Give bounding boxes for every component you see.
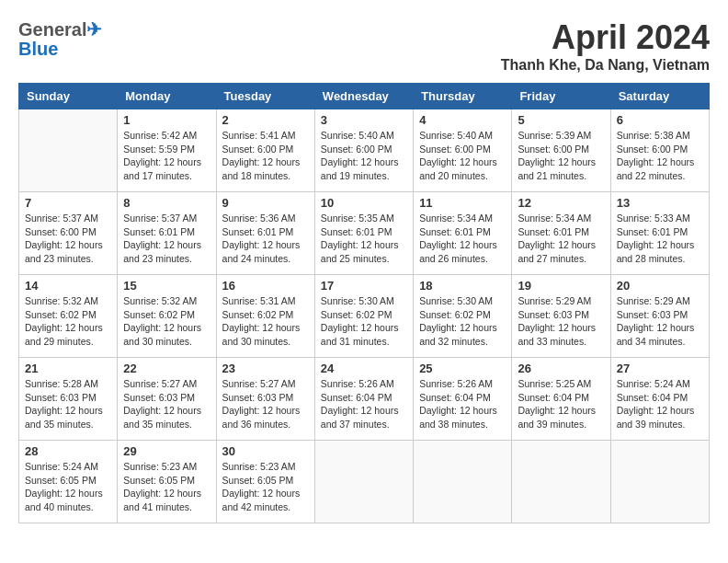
calendar-cell: 3Sunrise: 5:40 AM Sunset: 6:00 PM Daylig… — [314, 109, 413, 192]
calendar-cell: 6Sunrise: 5:38 AM Sunset: 6:00 PM Daylig… — [610, 109, 709, 192]
day-info: Sunrise: 5:34 AM Sunset: 6:01 PM Dayligh… — [419, 212, 506, 266]
calendar-cell: 8Sunrise: 5:37 AM Sunset: 6:01 PM Daylig… — [118, 192, 216, 275]
calendar-header-tuesday: Tuesday — [216, 84, 314, 109]
calendar-cell: 17Sunrise: 5:30 AM Sunset: 6:02 PM Dayli… — [314, 275, 413, 358]
logo-general-text: General — [18, 19, 86, 40]
calendar-cell: 29Sunrise: 5:23 AM Sunset: 6:05 PM Dayli… — [118, 441, 216, 523]
day-info: Sunrise: 5:40 AM Sunset: 6:00 PM Dayligh… — [321, 129, 407, 183]
calendar-cell: 4Sunrise: 5:40 AM Sunset: 6:00 PM Daylig… — [414, 109, 512, 192]
calendar-cell: 12Sunrise: 5:34 AM Sunset: 6:01 PM Dayli… — [512, 192, 610, 275]
calendar-cell: 11Sunrise: 5:34 AM Sunset: 6:01 PM Dayli… — [414, 192, 512, 275]
calendar-cell: 30Sunrise: 5:23 AM Sunset: 6:05 PM Dayli… — [216, 441, 314, 523]
day-number: 2 — [222, 113, 309, 127]
calendar-header-monday: Monday — [118, 84, 216, 109]
day-info: Sunrise: 5:32 AM Sunset: 6:02 PM Dayligh… — [123, 294, 210, 349]
calendar-cell: 13Sunrise: 5:33 AM Sunset: 6:01 PM Dayli… — [610, 192, 709, 275]
day-info: Sunrise: 5:28 AM Sunset: 6:03 PM Dayligh… — [25, 377, 111, 431]
day-info: Sunrise: 5:24 AM Sunset: 6:05 PM Dayligh… — [25, 460, 111, 514]
day-info: Sunrise: 5:39 AM Sunset: 6:00 PM Dayligh… — [518, 129, 604, 183]
day-info: Sunrise: 5:24 AM Sunset: 6:04 PM Dayligh… — [617, 377, 703, 431]
calendar-cell: 21Sunrise: 5:28 AM Sunset: 6:03 PM Dayli… — [19, 358, 118, 441]
calendar-week-3: 14Sunrise: 5:32 AM Sunset: 6:02 PM Dayli… — [19, 275, 710, 358]
calendar-cell: 25Sunrise: 5:26 AM Sunset: 6:04 PM Dayli… — [414, 358, 512, 441]
calendar-cell: 1Sunrise: 5:42 AM Sunset: 5:59 PM Daylig… — [118, 109, 216, 192]
day-info: Sunrise: 5:37 AM Sunset: 6:01 PM Dayligh… — [123, 212, 210, 266]
title-block: April 2024 Thanh Khe, Da Nang, Vietnam — [501, 18, 710, 74]
day-number: 15 — [123, 279, 210, 293]
day-number: 22 — [123, 362, 210, 375]
day-info: Sunrise: 5:35 AM Sunset: 6:01 PM Dayligh… — [321, 212, 407, 266]
logo-blue-text: Blue — [18, 39, 58, 60]
day-number: 25 — [419, 362, 506, 375]
calendar-cell — [512, 441, 610, 523]
day-number: 23 — [222, 362, 309, 375]
calendar-week-4: 21Sunrise: 5:28 AM Sunset: 6:03 PM Dayli… — [19, 358, 710, 441]
day-info: Sunrise: 5:25 AM Sunset: 6:04 PM Dayligh… — [518, 377, 604, 431]
day-number: 16 — [222, 279, 309, 293]
day-info: Sunrise: 5:27 AM Sunset: 6:03 PM Dayligh… — [123, 377, 210, 431]
calendar-cell: 7Sunrise: 5:37 AM Sunset: 6:00 PM Daylig… — [19, 192, 118, 275]
page-header: General ✈ Blue April 2024 Thanh Khe, Da … — [18, 18, 710, 74]
day-info: Sunrise: 5:29 AM Sunset: 6:03 PM Dayligh… — [518, 294, 604, 349]
calendar-header-wednesday: Wednesday — [314, 84, 413, 109]
calendar-cell: 15Sunrise: 5:32 AM Sunset: 6:02 PM Dayli… — [118, 275, 216, 358]
day-info: Sunrise: 5:26 AM Sunset: 6:04 PM Dayligh… — [419, 377, 506, 431]
location-text: Thanh Khe, Da Nang, Vietnam — [501, 57, 710, 74]
calendar-header-thursday: Thursday — [414, 84, 512, 109]
day-info: Sunrise: 5:34 AM Sunset: 6:01 PM Dayligh… — [518, 212, 604, 266]
day-info: Sunrise: 5:40 AM Sunset: 6:00 PM Dayligh… — [419, 129, 506, 183]
calendar-cell — [414, 441, 512, 523]
day-number: 11 — [419, 196, 506, 210]
calendar-cell: 26Sunrise: 5:25 AM Sunset: 6:04 PM Dayli… — [512, 358, 610, 441]
day-info: Sunrise: 5:23 AM Sunset: 6:05 PM Dayligh… — [123, 460, 210, 514]
calendar-cell: 5Sunrise: 5:39 AM Sunset: 6:00 PM Daylig… — [512, 109, 610, 192]
day-number: 10 — [321, 196, 407, 210]
calendar-cell: 22Sunrise: 5:27 AM Sunset: 6:03 PM Dayli… — [118, 358, 216, 441]
calendar-week-5: 28Sunrise: 5:24 AM Sunset: 6:05 PM Dayli… — [19, 441, 710, 523]
day-info: Sunrise: 5:42 AM Sunset: 5:59 PM Dayligh… — [123, 129, 210, 183]
calendar-header-friday: Friday — [512, 84, 610, 109]
logo: General ✈ Blue — [18, 18, 102, 60]
calendar-cell: 19Sunrise: 5:29 AM Sunset: 6:03 PM Dayli… — [512, 275, 610, 358]
day-info: Sunrise: 5:26 AM Sunset: 6:04 PM Dayligh… — [321, 377, 407, 431]
calendar-cell: 24Sunrise: 5:26 AM Sunset: 6:04 PM Dayli… — [314, 358, 413, 441]
day-number: 29 — [123, 444, 210, 458]
day-number: 13 — [617, 196, 703, 210]
calendar-cell: 27Sunrise: 5:24 AM Sunset: 6:04 PM Dayli… — [610, 358, 709, 441]
calendar-cell: 10Sunrise: 5:35 AM Sunset: 6:01 PM Dayli… — [314, 192, 413, 275]
day-info: Sunrise: 5:41 AM Sunset: 6:00 PM Dayligh… — [222, 129, 309, 183]
calendar-header-saturday: Saturday — [610, 84, 709, 109]
day-number: 26 — [518, 362, 604, 375]
day-number: 12 — [518, 196, 604, 210]
day-number: 18 — [419, 279, 506, 293]
calendar-cell — [314, 441, 413, 523]
calendar-cell: 18Sunrise: 5:30 AM Sunset: 6:02 PM Dayli… — [414, 275, 512, 358]
calendar-week-1: 1Sunrise: 5:42 AM Sunset: 5:59 PM Daylig… — [19, 109, 710, 192]
day-number: 27 — [617, 362, 703, 375]
day-number: 3 — [321, 113, 407, 127]
day-number: 6 — [617, 113, 703, 127]
calendar-cell: 2Sunrise: 5:41 AM Sunset: 6:00 PM Daylig… — [216, 109, 314, 192]
day-number: 28 — [25, 444, 111, 458]
day-number: 30 — [222, 444, 309, 458]
logo-bird-icon: ✈ — [86, 18, 102, 40]
calendar-cell — [610, 441, 709, 523]
day-number: 24 — [321, 362, 407, 375]
day-info: Sunrise: 5:23 AM Sunset: 6:05 PM Dayligh… — [222, 460, 309, 514]
calendar-week-2: 7Sunrise: 5:37 AM Sunset: 6:00 PM Daylig… — [19, 192, 710, 275]
calendar-cell: 16Sunrise: 5:31 AM Sunset: 6:02 PM Dayli… — [216, 275, 314, 358]
day-info: Sunrise: 5:32 AM Sunset: 6:02 PM Dayligh… — [25, 294, 111, 349]
month-title: April 2024 — [501, 18, 710, 57]
day-number: 8 — [123, 196, 210, 210]
day-number: 5 — [518, 113, 604, 127]
day-number: 19 — [518, 279, 604, 293]
day-info: Sunrise: 5:29 AM Sunset: 6:03 PM Dayligh… — [617, 294, 703, 349]
day-info: Sunrise: 5:30 AM Sunset: 6:02 PM Dayligh… — [321, 294, 407, 349]
calendar-cell: 20Sunrise: 5:29 AM Sunset: 6:03 PM Dayli… — [610, 275, 709, 358]
day-number: 17 — [321, 279, 407, 293]
day-info: Sunrise: 5:38 AM Sunset: 6:00 PM Dayligh… — [617, 129, 703, 183]
calendar-cell: 9Sunrise: 5:36 AM Sunset: 6:01 PM Daylig… — [216, 192, 314, 275]
day-number: 21 — [25, 362, 111, 375]
day-number: 7 — [25, 196, 111, 210]
day-info: Sunrise: 5:31 AM Sunset: 6:02 PM Dayligh… — [222, 294, 309, 349]
